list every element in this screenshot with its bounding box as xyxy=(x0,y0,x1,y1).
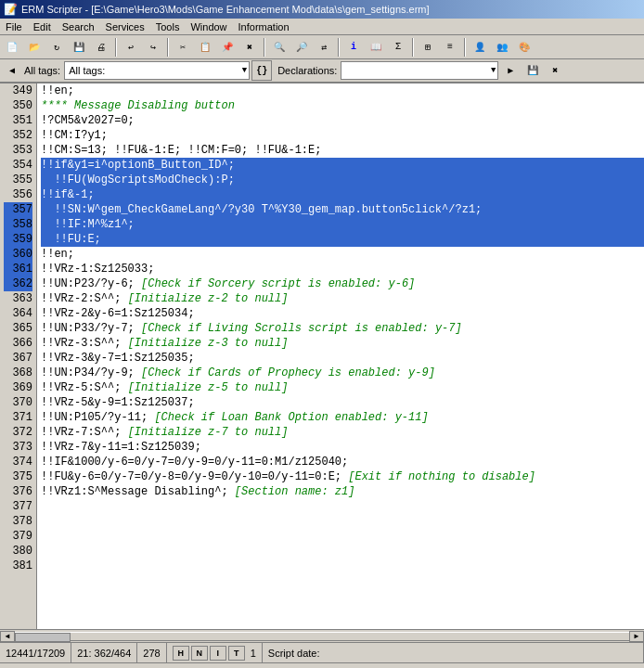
line-number: 358 xyxy=(4,217,32,232)
code-line: !!VRz-3&y-7=1:Sz125035; xyxy=(41,351,644,366)
line-number: 355 xyxy=(4,173,32,187)
user2-btn[interactable]: 👥 xyxy=(492,37,512,58)
undo-btn[interactable]: ↩ xyxy=(121,37,141,58)
position-text: 12441/17209 xyxy=(6,648,65,659)
code-line: !!IF:M^%z1^; xyxy=(41,217,644,232)
menu-tools[interactable]: Tools xyxy=(150,20,186,33)
info-btn[interactable]: i xyxy=(343,37,364,58)
sigma-btn[interactable]: Σ xyxy=(388,37,408,58)
scroll-thumb[interactable] xyxy=(15,633,71,642)
grid-btn[interactable]: ⊞ xyxy=(418,37,438,58)
save-btn[interactable]: 💾 xyxy=(69,37,89,58)
code-line: !?CM5&v2027=0; xyxy=(41,113,644,128)
nav-btn[interactable]: ◀ xyxy=(2,60,22,81)
line-number: 366 xyxy=(4,336,32,351)
decl-dropdown[interactable]: ▼ xyxy=(341,61,498,80)
color-btn[interactable]: 🎨 xyxy=(514,37,535,58)
code-line: !!VRz-2:S^^; [Initialize z-2 to null] xyxy=(41,291,644,306)
code-line: !!VRz-7&y-11=1:Sz125039; xyxy=(41,440,644,455)
line-number: 380 xyxy=(4,544,32,559)
code-line: **** Message Disabling button xyxy=(41,98,644,113)
line-number: 364 xyxy=(4,306,32,321)
menu-bar: File Edit Search Services Tools Window I… xyxy=(0,19,644,35)
line-number: 362 xyxy=(4,276,32,291)
code-line: !!UN:P23/?y-6; [Check if Sorcery script … xyxy=(41,276,644,291)
new-btn[interactable]: 📄 xyxy=(2,37,22,58)
code-line: !!VRz-2&y-6=1:Sz125034; xyxy=(41,306,644,321)
decl-go-btn[interactable]: ▶ xyxy=(500,60,521,81)
menu-file[interactable]: File xyxy=(0,20,28,33)
line-number: 373 xyxy=(4,440,32,455)
line-number: 356 xyxy=(4,187,32,202)
line-number: 372 xyxy=(4,425,32,440)
title-bar: 📝 ERM Scripter - [E:\Game\Hero3\Mods\Gam… xyxy=(0,0,644,19)
line-number: 377 xyxy=(4,499,32,514)
menu-search[interactable]: Search xyxy=(57,20,100,33)
menu-services[interactable]: Services xyxy=(100,20,150,33)
nav-counter: 1 xyxy=(251,648,256,659)
position-cell: 12441/17209 xyxy=(0,643,71,662)
replace-btn[interactable]: ⇄ xyxy=(314,37,334,58)
code-area[interactable]: !!en;**** Message Disabling button!?CM5&… xyxy=(37,84,644,629)
cut-btn[interactable]: ✂ xyxy=(173,37,193,58)
find-btn[interactable]: 🔍 xyxy=(269,37,290,58)
refresh-btn[interactable]: ↻ xyxy=(46,37,67,58)
line-number: 354 xyxy=(4,158,32,173)
redo-btn[interactable]: ↪ xyxy=(143,37,163,58)
paste-btn[interactable]: 📌 xyxy=(217,37,238,58)
line-number: 361 xyxy=(4,262,32,276)
decl-save-btn[interactable]: 💾 xyxy=(522,60,543,81)
delete-btn[interactable]: ✖ xyxy=(239,37,260,58)
editor: 3493503513523533543553563573583593603613… xyxy=(0,84,644,629)
nav-h-btn[interactable]: H xyxy=(173,646,189,661)
menu-window[interactable]: Window xyxy=(185,20,232,33)
nav-n-btn[interactable]: N xyxy=(191,646,208,661)
line-number: 378 xyxy=(4,514,32,529)
code-line: !!FU:E; xyxy=(41,232,644,247)
line-number: 367 xyxy=(4,351,32,366)
code-line: !!UN:P33/?y-7; [Check if Living Scrolls … xyxy=(41,321,644,336)
nav-buttons-cell: H N I T 1 xyxy=(167,643,263,662)
list-btn[interactable]: ≡ xyxy=(440,37,460,58)
code-line: !!VRz-3:S^^; [Initialize z-3 to null] xyxy=(41,336,644,351)
status-bar: 12441/17209 21: 362/464 278 H N I T 1 Sc… xyxy=(0,642,644,662)
decl-del-btn[interactable]: ✖ xyxy=(545,60,565,81)
find2-btn[interactable]: 🔎 xyxy=(291,37,312,58)
tag-label: All tags: xyxy=(24,65,60,76)
code-line: !!if&y1=i^optionB_Button_ID^; xyxy=(41,158,644,173)
line-number: 360 xyxy=(4,247,32,262)
line-number: 359 xyxy=(4,232,32,247)
code-line: !!if&-1; xyxy=(41,187,644,202)
scroll-track[interactable] xyxy=(15,632,629,641)
tag-dropdown[interactable]: All tags: ▼ xyxy=(64,61,250,80)
line-number: 353 xyxy=(4,143,32,158)
sep5 xyxy=(412,38,414,57)
toolbar-1: 📄 📂 ↻ 💾 🖨 ↩ ↪ ✂ 📋 📌 ✖ 🔍 🔎 ⇄ i 📖 Σ ⊞ ≡ 👤 … xyxy=(0,35,644,59)
line-number: 349 xyxy=(4,84,32,98)
ref-btn[interactable]: 📖 xyxy=(366,37,386,58)
user1-btn[interactable]: 👤 xyxy=(470,37,490,58)
line-numbers: 3493503513523533543553563573583593603613… xyxy=(0,84,37,629)
menu-edit[interactable]: Edit xyxy=(28,20,57,33)
code-line: !!VRz1:S^Message Disabling^; [Section na… xyxy=(41,484,644,499)
scrollbar-horizontal[interactable]: ◀ ▶ xyxy=(0,629,644,642)
menu-information[interactable]: Information xyxy=(233,20,295,33)
line-number: 369 xyxy=(4,380,32,395)
line-number: 381 xyxy=(4,559,32,573)
filename-bar: gem_settigns.erm xyxy=(0,662,644,668)
code-line: !!en; xyxy=(41,247,644,262)
code-line: !!VRz-5:S^^; [Initialize z-5 to null] xyxy=(41,380,644,395)
sep2 xyxy=(167,38,169,57)
tag-curly-btn[interactable]: {} xyxy=(251,60,272,81)
scroll-right-btn[interactable]: ▶ xyxy=(629,631,644,642)
line-col-cell: 21: 362/464 xyxy=(71,643,137,662)
print-btn[interactable]: 🖨 xyxy=(91,37,111,58)
open-btn[interactable]: 📂 xyxy=(24,37,45,58)
nav-t-btn[interactable]: T xyxy=(228,646,245,661)
line-number: 376 xyxy=(4,484,32,499)
copy-btn[interactable]: 📋 xyxy=(195,37,215,58)
scroll-left-btn[interactable]: ◀ xyxy=(0,631,15,642)
nav-i-btn[interactable]: I xyxy=(210,646,226,661)
sep4 xyxy=(338,38,340,57)
code-line: !!CM:I?y1; xyxy=(41,128,644,143)
